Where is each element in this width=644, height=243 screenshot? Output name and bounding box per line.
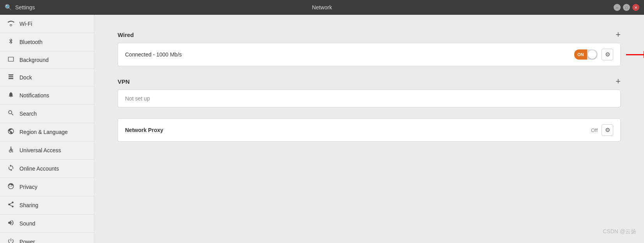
- wired-add-button[interactable]: +: [616, 30, 621, 39]
- network-proxy-section: Network Proxy Off ⚙: [118, 118, 621, 142]
- titlebar-controls: – □ ✕: [614, 4, 639, 11]
- privacy-icon: [7, 183, 15, 191]
- close-button[interactable]: ✕: [632, 4, 639, 11]
- sidebar-region-language-label: Region & Language: [19, 129, 68, 135]
- watermark: CSDN @云扬: [603, 228, 636, 235]
- sharing-icon: [7, 201, 15, 210]
- sidebar-online-accounts-label: Online Accounts: [19, 166, 59, 172]
- region-language-icon: [7, 128, 15, 136]
- sidebar-item-dock[interactable]: Dock: [0, 69, 94, 86]
- sidebar-item-background[interactable]: Background: [0, 51, 94, 69]
- sidebar-search-label: Search: [19, 111, 37, 117]
- sidebar-sound-label: Sound: [19, 220, 35, 227]
- wired-connection-label: Connected - 1000 Mb/s: [125, 51, 182, 58]
- svg-point-0: [11, 147, 12, 148]
- vpn-card: Not set up: [118, 90, 621, 107]
- network-proxy-settings-button[interactable]: ⚙: [602, 124, 613, 136]
- toggle-on-label: ON: [574, 49, 587, 60]
- sidebar-item-bluetooth[interactable]: Bluetooth: [0, 33, 94, 51]
- sidebar-background-label: Background: [19, 57, 49, 63]
- wired-connection-row: Connected - 1000 Mb/s ON ⚙: [118, 43, 620, 66]
- sidebar-item-wifi[interactable]: Wi-Fi: [0, 15, 94, 33]
- titlebar-app-title: Settings: [15, 4, 35, 11]
- minimize-button[interactable]: –: [614, 4, 621, 11]
- network-proxy-row[interactable]: Network Proxy Off ⚙: [118, 119, 620, 141]
- sidebar-universal-access-label: Universal Access: [19, 147, 61, 153]
- sidebar-item-privacy[interactable]: Privacy: [0, 178, 94, 196]
- sidebar-sharing-label: Sharing: [19, 202, 38, 208]
- maximize-button[interactable]: □: [623, 4, 630, 11]
- main-layout: Wi-Fi Bluetooth Background Dock Notifica: [0, 15, 644, 243]
- bluetooth-icon: [7, 38, 15, 46]
- dock-icon: [7, 74, 15, 81]
- sidebar-wifi-label: Wi-Fi: [19, 21, 32, 27]
- wired-arrow-annotation: [626, 51, 644, 58]
- vpn-section-title: VPN: [118, 78, 130, 85]
- sidebar-dock-label: Dock: [19, 74, 32, 81]
- vpn-section: VPN + Not set up: [118, 77, 621, 107]
- wired-toggle[interactable]: ON: [574, 49, 598, 60]
- network-proxy-label: Network Proxy: [125, 127, 163, 133]
- titlebar: 🔍 Settings Network – □ ✕: [0, 0, 644, 15]
- wifi-icon: [7, 19, 15, 28]
- sidebar-item-region-language[interactable]: Region & Language: [0, 123, 94, 141]
- network-proxy-controls: Off ⚙: [591, 124, 613, 136]
- sidebar-item-power[interactable]: Power: [0, 233, 94, 243]
- network-proxy-gear-icon: ⚙: [605, 127, 610, 134]
- notifications-icon: [7, 91, 15, 100]
- vpn-add-button[interactable]: +: [616, 77, 621, 86]
- network-proxy-status: Off: [591, 127, 598, 133]
- sidebar-item-universal-access[interactable]: Universal Access: [0, 141, 94, 160]
- sidebar-power-label: Power: [19, 239, 35, 243]
- sidebar: Wi-Fi Bluetooth Background Dock Notifica: [0, 15, 94, 243]
- sidebar-item-online-accounts[interactable]: Online Accounts: [0, 160, 94, 178]
- sidebar-privacy-label: Privacy: [19, 184, 37, 190]
- sidebar-bluetooth-label: Bluetooth: [19, 39, 42, 45]
- sidebar-item-search[interactable]: Search: [0, 105, 94, 123]
- power-icon: [7, 238, 15, 243]
- sidebar-item-sharing[interactable]: Sharing: [0, 196, 94, 215]
- sidebar-item-sound[interactable]: Sound: [0, 215, 94, 233]
- search-icon: [7, 109, 15, 118]
- wired-settings-button[interactable]: ⚙: [602, 49, 613, 60]
- wired-section-title: Wired: [118, 32, 134, 38]
- wired-card-wrapper: Connected - 1000 Mb/s ON ⚙: [118, 43, 621, 66]
- wired-card: Connected - 1000 Mb/s ON ⚙: [118, 43, 621, 66]
- wired-section-header: Wired +: [118, 30, 621, 39]
- online-accounts-icon: [7, 164, 15, 173]
- sidebar-item-notifications[interactable]: Notifications: [0, 86, 94, 105]
- titlebar-left: 🔍 Settings: [5, 4, 35, 11]
- network-proxy-card: Network Proxy Off ⚙: [118, 118, 621, 142]
- titlebar-window-title: Network: [312, 4, 332, 11]
- sidebar-notifications-label: Notifications: [19, 92, 49, 99]
- universal-access-icon: [7, 146, 15, 155]
- sound-icon: [7, 219, 15, 228]
- wired-gear-icon: ⚙: [605, 51, 610, 58]
- vpn-section-header: VPN +: [118, 77, 621, 86]
- titlebar-search-icon: 🔍: [5, 4, 12, 11]
- toggle-circle: [588, 50, 596, 59]
- background-icon: [7, 56, 15, 64]
- wired-section: Wired + Connected - 1000 Mb/s ON ⚙: [118, 30, 621, 66]
- wired-connection-controls: ON ⚙: [574, 49, 613, 60]
- content-area: Wired + Connected - 1000 Mb/s ON ⚙: [94, 15, 644, 243]
- vpn-not-set-up-label: Not set up: [118, 90, 620, 107]
